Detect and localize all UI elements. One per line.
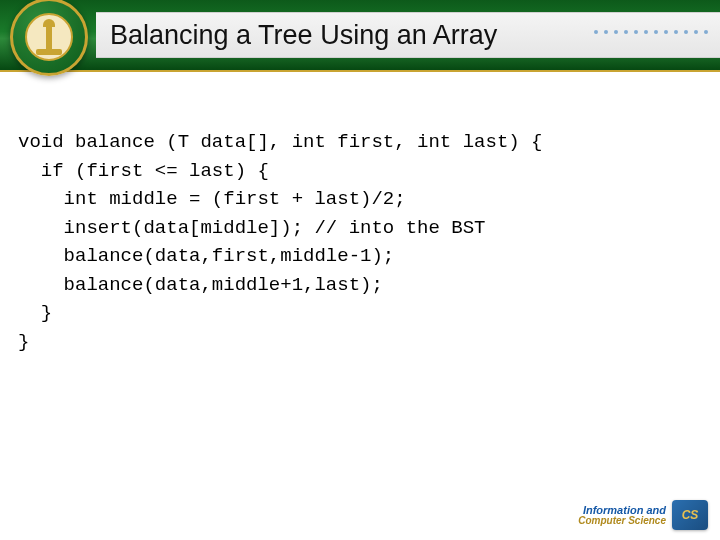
code-line: insert(data[middle]); // into the BST: [18, 217, 485, 239]
code-line: }: [18, 331, 29, 353]
code-line: balance(data,middle+1,last);: [18, 274, 383, 296]
seal-symbol: [46, 23, 52, 51]
footer-dept-line2: Computer Science: [578, 516, 666, 526]
slide-title: Balancing a Tree Using an Array: [110, 20, 497, 51]
seal-inner: [25, 13, 73, 61]
footer-logo: Information and Computer Science CS: [578, 500, 708, 530]
code-line: void balance (T data[], int first, int l…: [18, 131, 543, 153]
university-seal-icon: [10, 0, 88, 76]
decorative-dots: [594, 30, 708, 34]
slide-header: Balancing a Tree Using an Array: [0, 0, 720, 72]
code-line: int middle = (first + last)/2;: [18, 188, 406, 210]
code-line: }: [18, 302, 52, 324]
code-line: balance(data,first,middle-1);: [18, 245, 394, 267]
logo-container: [10, 0, 88, 76]
code-block: void balance (T data[], int first, int l…: [18, 128, 702, 356]
footer-text: Information and Computer Science: [578, 505, 666, 526]
title-area: Balancing a Tree Using an Array: [110, 20, 720, 51]
cs-badge-icon: CS: [672, 500, 708, 530]
footer-dept-line1: Information and: [578, 505, 666, 516]
code-line: if (first <= last) {: [18, 160, 269, 182]
slide-content: void balance (T data[], int first, int l…: [0, 72, 720, 356]
